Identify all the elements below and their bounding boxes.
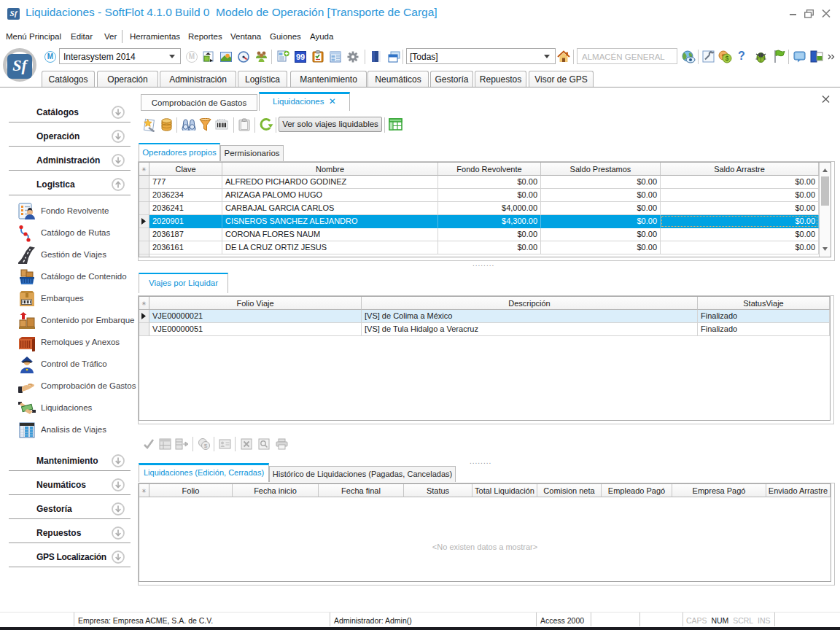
svg-text:$: $: [725, 55, 728, 62]
svg-text:$: $: [204, 443, 208, 449]
